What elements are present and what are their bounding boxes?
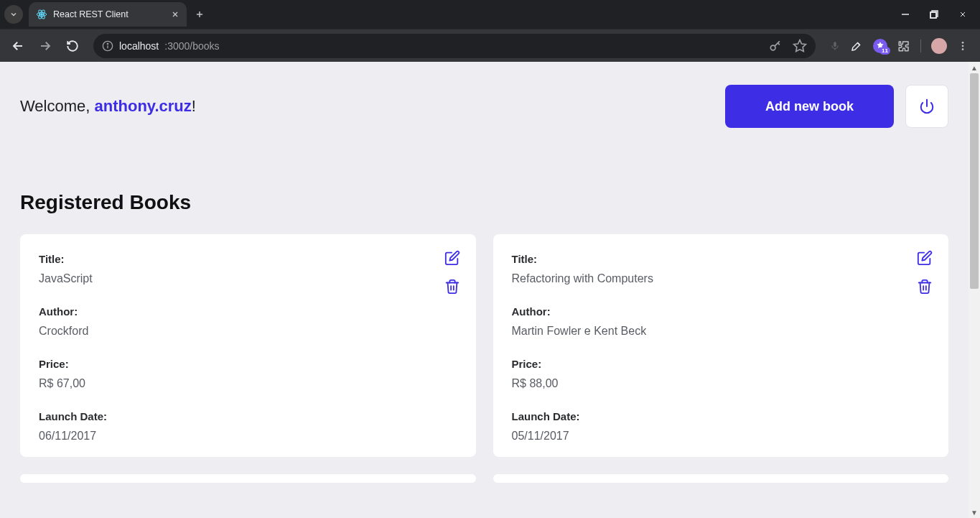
price-label: Price: bbox=[512, 358, 930, 370]
book-card-stub bbox=[493, 474, 949, 483]
profile-avatar[interactable] bbox=[931, 38, 947, 54]
username-link[interactable]: anthony.cruz bbox=[95, 97, 192, 115]
section-title: Registered Books bbox=[20, 191, 948, 214]
delete-book-button[interactable] bbox=[914, 276, 935, 297]
maximize-button[interactable] bbox=[927, 7, 941, 22]
address-bar[interactable]: localhost:3000/books bbox=[93, 34, 816, 58]
book-card: Title: JavaScript Author: Crockford Pric… bbox=[20, 234, 476, 457]
svg-point-25 bbox=[962, 48, 964, 50]
author-value: Martin Fowler e Kent Beck bbox=[512, 325, 930, 338]
price-value: R$ 88,00 bbox=[512, 377, 930, 390]
author-label: Author: bbox=[39, 305, 457, 318]
back-button[interactable] bbox=[6, 34, 30, 58]
welcome-suffix: ! bbox=[192, 97, 196, 115]
react-icon bbox=[36, 9, 47, 20]
extension-badge-count: 11 bbox=[879, 47, 890, 55]
scroll-up-arrow[interactable]: ▲ bbox=[969, 62, 980, 73]
scroll-down-arrow[interactable]: ▼ bbox=[969, 507, 980, 518]
browser-tab[interactable]: React REST Client bbox=[29, 2, 187, 27]
url-path: :3000/books bbox=[164, 40, 219, 52]
site-info-icon[interactable] bbox=[102, 40, 113, 52]
mic-icon[interactable] bbox=[830, 40, 840, 52]
svg-marker-20 bbox=[794, 40, 806, 51]
url-host: localhost bbox=[119, 40, 159, 52]
page-header: Welcome, anthony.cruz! Add new book bbox=[20, 85, 948, 128]
page-scrollbar[interactable]: ▲ ▼ bbox=[969, 62, 980, 518]
svg-point-0 bbox=[41, 14, 43, 16]
browser-chrome: React REST Client localhost:300 bbox=[0, 0, 980, 62]
svg-point-23 bbox=[962, 42, 964, 44]
welcome-text: Welcome, anthony.cruz! bbox=[20, 97, 196, 116]
title-value: Refactoring with Computers bbox=[512, 272, 930, 285]
author-label: Author: bbox=[512, 305, 930, 318]
edit-icon bbox=[917, 250, 933, 266]
launch-date-label: Launch Date: bbox=[39, 410, 457, 422]
edit-book-button[interactable] bbox=[914, 247, 935, 269]
bookmark-star-icon[interactable] bbox=[793, 39, 807, 53]
chrome-menu-button[interactable] bbox=[957, 40, 969, 52]
title-label: Title: bbox=[512, 253, 930, 265]
page-content: Welcome, anthony.cruz! Add new book Regi… bbox=[0, 62, 969, 518]
book-cards: Title: JavaScript Author: Crockford Pric… bbox=[20, 234, 948, 457]
book-cards-next-row bbox=[20, 474, 948, 483]
title-value: JavaScript bbox=[39, 272, 457, 285]
price-label: Price: bbox=[39, 358, 457, 370]
window-controls bbox=[898, 7, 980, 22]
welcome-prefix: Welcome, bbox=[20, 97, 95, 115]
price-value: R$ 67,00 bbox=[39, 377, 457, 390]
launch-date-value: 05/11/2017 bbox=[512, 430, 930, 443]
launch-date-label: Launch Date: bbox=[512, 410, 930, 422]
book-card-stub bbox=[20, 474, 476, 483]
minimize-button[interactable] bbox=[898, 7, 913, 22]
tab-title: React REST Client bbox=[53, 9, 129, 19]
edit-icon bbox=[444, 250, 460, 266]
svg-point-24 bbox=[962, 45, 964, 47]
svg-rect-21 bbox=[834, 42, 836, 47]
author-value: Crockford bbox=[39, 325, 457, 338]
browser-toolbar: localhost:3000/books 11 bbox=[0, 29, 980, 62]
svg-rect-10 bbox=[930, 12, 936, 18]
forward-button[interactable] bbox=[33, 34, 57, 58]
close-window-button[interactable] bbox=[956, 7, 970, 22]
trash-icon bbox=[444, 279, 460, 295]
add-new-book-button[interactable]: Add new book bbox=[725, 85, 894, 128]
reload-button[interactable] bbox=[60, 34, 85, 58]
eyedropper-icon[interactable] bbox=[850, 40, 863, 52]
new-tab-button[interactable] bbox=[190, 4, 210, 24]
close-tab-button[interactable] bbox=[171, 10, 179, 19]
extension-icons: 11 bbox=[824, 38, 974, 54]
edit-book-button[interactable] bbox=[442, 247, 463, 269]
scroll-thumb[interactable] bbox=[970, 73, 979, 289]
password-key-icon[interactable] bbox=[768, 39, 783, 53]
trash-icon bbox=[917, 279, 933, 295]
extension-badge-icon[interactable]: 11 bbox=[873, 39, 887, 53]
launch-date-value: 06/11/2017 bbox=[39, 430, 457, 443]
svg-point-18 bbox=[107, 43, 108, 44]
logout-button[interactable] bbox=[905, 85, 948, 128]
extensions-puzzle-icon[interactable] bbox=[897, 40, 910, 52]
delete-book-button[interactable] bbox=[442, 276, 463, 297]
power-icon bbox=[919, 98, 935, 114]
toolbar-divider bbox=[920, 40, 921, 52]
title-label: Title: bbox=[39, 253, 457, 265]
svg-point-19 bbox=[770, 45, 775, 50]
tab-strip: React REST Client bbox=[0, 0, 980, 29]
book-card: Title: Refactoring with Computers Author… bbox=[493, 234, 949, 457]
search-tabs-button[interactable] bbox=[4, 5, 23, 24]
